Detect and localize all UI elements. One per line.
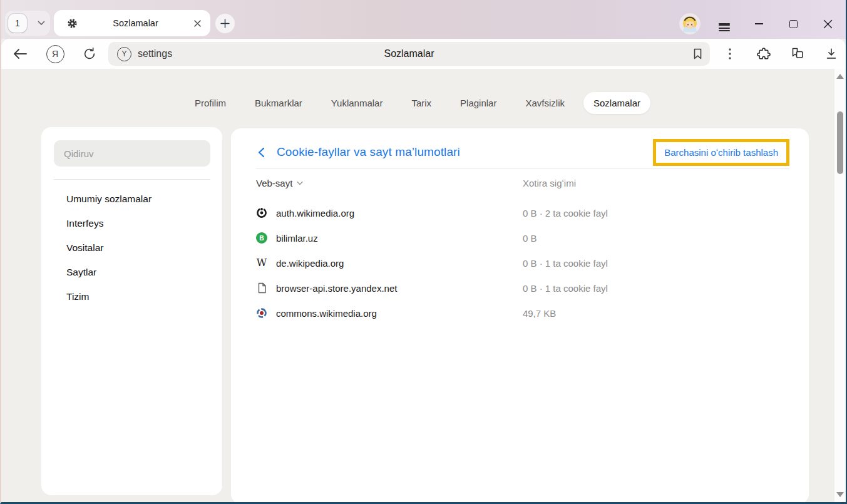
chevron-down-icon[interactable] bbox=[38, 21, 45, 26]
settings-nav: Profilim Bukmarklar Yuklanmalar Tarix Pl… bbox=[1, 92, 834, 114]
nav-tab-yuklanmalar[interactable]: Yuklanmalar bbox=[321, 92, 393, 114]
downloads-icon[interactable] bbox=[818, 41, 845, 66]
wikimedia-icon bbox=[256, 207, 267, 219]
cookies-panel: Cookie-fayllar va sayt ma’lumotlari Barc… bbox=[231, 128, 809, 504]
clear-all-button[interactable]: Barchasini oʻchirib tashlash bbox=[656, 142, 786, 163]
wikimedia-commons-icon bbox=[256, 307, 267, 319]
site-name: bilimlar.uz bbox=[276, 233, 318, 244]
table-row[interactable]: commons.wikimedia.org 49,7 KB bbox=[231, 301, 809, 326]
tab-counter[interactable]: 1 bbox=[8, 14, 27, 33]
bilimlar-favicon: B bbox=[256, 232, 267, 244]
tab-title: Sozlamalar bbox=[78, 18, 193, 28]
site-size: 0 B bbox=[523, 233, 784, 244]
search-input[interactable] bbox=[54, 140, 210, 167]
page-title: Cookie-fayllar va sayt ma’lumotlari bbox=[277, 145, 460, 159]
page-scrollbar[interactable] bbox=[834, 69, 846, 502]
collections-icon[interactable] bbox=[784, 41, 811, 66]
sidebar-list: Umumiy sozlamalar Interfeys Vositalar Sa… bbox=[41, 187, 222, 309]
site-badge-icon[interactable]: Y bbox=[117, 47, 131, 61]
table-row[interactable]: W de.wikipedia.org 0 B · 1 ta cookie fay… bbox=[231, 250, 809, 275]
reload-button[interactable] bbox=[76, 41, 103, 66]
column-site[interactable]: Veb-sayt bbox=[256, 178, 523, 188]
settings-sidebar: Umumiy sozlamalar Interfeys Vositalar Sa… bbox=[41, 127, 222, 495]
browser-toolbar: Я Y settings Sozlamalar bbox=[1, 39, 846, 69]
yandex-home-button[interactable]: Я bbox=[41, 41, 69, 66]
url-text[interactable]: settings bbox=[138, 48, 172, 59]
site-name: auth.wikimedia.org bbox=[276, 208, 354, 219]
table-row[interactable]: browser-api.store.yandex.net 0 B · 1 ta … bbox=[231, 275, 809, 301]
document-icon bbox=[256, 282, 267, 294]
site-size: 0 B · 1 ta cookie fayl bbox=[523, 283, 784, 294]
address-bar[interactable]: Y settings Sozlamalar bbox=[108, 42, 710, 66]
browser-tab-settings[interactable]: Sozlamalar bbox=[54, 10, 210, 36]
table-row[interactable]: B bilimlar.uz 0 B bbox=[231, 225, 809, 250]
nav-tab-profilim[interactable]: Profilim bbox=[185, 92, 236, 114]
site-table: auth.wikimedia.org 0 B · 2 ta cookie fay… bbox=[231, 200, 809, 326]
new-tab-button[interactable] bbox=[215, 14, 235, 33]
site-name: commons.wikimedia.org bbox=[276, 308, 377, 319]
extensions-puzzle-icon[interactable] bbox=[750, 41, 778, 66]
tab-counter-group[interactable]: 1 bbox=[5, 11, 50, 36]
column-size: Xotira sigʻimi bbox=[523, 178, 784, 188]
profile-avatar[interactable] bbox=[679, 13, 701, 34]
site-name: de.wikipedia.org bbox=[276, 258, 344, 269]
tab-strip: 1 Sozlamalar bbox=[0, 0, 847, 39]
sidebar-item-tizim[interactable]: Tizim bbox=[41, 285, 222, 309]
site-size: 49,7 KB bbox=[523, 308, 784, 319]
sidebar-item-vositalar[interactable]: Vositalar bbox=[41, 236, 222, 260]
scroll-up-icon[interactable] bbox=[836, 74, 844, 79]
window-minimize-button[interactable] bbox=[748, 15, 769, 33]
nav-tab-bukmarklar[interactable]: Bukmarklar bbox=[245, 92, 312, 114]
site-name: browser-api.store.yandex.net bbox=[276, 283, 397, 294]
address-page-title: Sozlamalar bbox=[108, 48, 710, 59]
highlight-box: Barchasini oʻchirib tashlash bbox=[653, 139, 789, 166]
scroll-down-icon[interactable] bbox=[836, 492, 844, 497]
sidebar-item-saytlar[interactable]: Saytlar bbox=[41, 260, 222, 285]
sidebar-item-umumiy-sozlamalar[interactable]: Umumiy sozlamalar bbox=[41, 187, 222, 212]
tab-close-icon[interactable] bbox=[193, 19, 202, 28]
sidebar-item-interfeys[interactable]: Interfeys bbox=[41, 212, 222, 236]
table-header: Veb-sayt Xotira sigʻimi bbox=[231, 169, 809, 197]
table-row[interactable]: auth.wikimedia.org 0 B · 2 ta cookie fay… bbox=[231, 200, 809, 225]
gear-icon bbox=[66, 18, 78, 29]
back-button[interactable] bbox=[6, 41, 34, 66]
browser-menu-icon[interactable] bbox=[714, 15, 735, 33]
sidebar-divider bbox=[54, 179, 210, 180]
kebab-menu-icon[interactable] bbox=[716, 41, 744, 66]
nav-tab-tarix[interactable]: Tarix bbox=[401, 92, 441, 114]
back-chevron-icon[interactable] bbox=[257, 147, 265, 158]
wikipedia-icon: W bbox=[256, 257, 267, 269]
site-size: 0 B · 1 ta cookie fayl bbox=[523, 258, 784, 269]
scrollbar-thumb[interactable] bbox=[837, 111, 843, 174]
nav-tab-sozlamalar[interactable]: Sozlamalar bbox=[583, 92, 650, 114]
site-size: 0 B · 2 ta cookie fayl bbox=[523, 208, 784, 219]
sort-chevron-icon[interactable] bbox=[297, 181, 303, 185]
yandex-logo-icon: Я bbox=[46, 45, 64, 63]
window-close-button[interactable] bbox=[817, 15, 838, 33]
nav-tab-xavfsizlik[interactable]: Xavfsizlik bbox=[515, 92, 575, 114]
bookmark-button[interactable] bbox=[692, 48, 704, 60]
nav-tab-plaginlar[interactable]: Plaginlar bbox=[450, 92, 506, 114]
window-maximize-button[interactable] bbox=[783, 15, 804, 33]
